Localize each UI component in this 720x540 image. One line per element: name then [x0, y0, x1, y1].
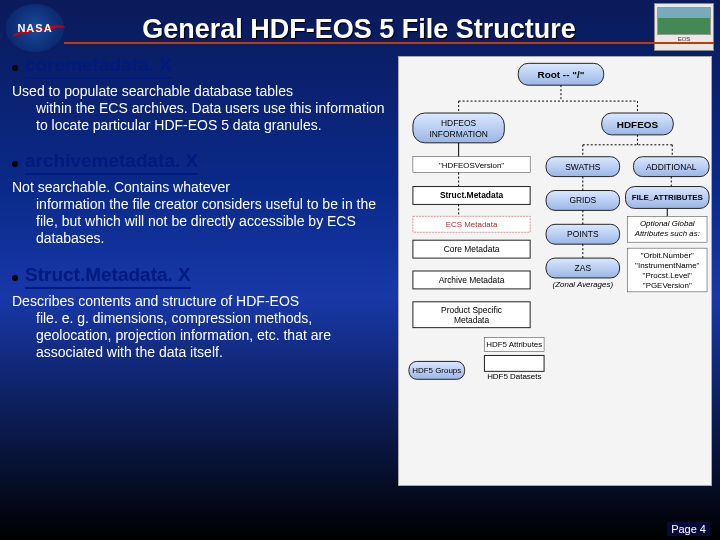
- content-column: coremetadata. X Used to populate searcha…: [12, 54, 390, 377]
- left-item: "HDFEOSVersion": [439, 161, 504, 170]
- title-underline: [64, 42, 714, 44]
- bullet-icon: [12, 161, 18, 167]
- right-item: ZAS: [575, 263, 592, 273]
- left-item: Core Metadata: [444, 244, 500, 254]
- svg-text:Attributes such as:: Attributes such as:: [634, 229, 700, 238]
- section-heading-structmetadata: Struct.Metadata. X: [25, 264, 191, 289]
- legend-dataset: HDF5 Datasets: [487, 372, 541, 381]
- section-desc: Used to populate searchable database tab…: [12, 83, 390, 134]
- svg-text:Optional Global: Optional Global: [640, 219, 695, 228]
- legend-attr: HDF5 Attributes: [486, 341, 542, 350]
- right-item: SWATHS: [565, 162, 601, 172]
- left-item: Struct.Metadata: [440, 190, 504, 200]
- svg-text:"InstrumentName": "InstrumentName": [635, 261, 699, 270]
- slide-title: General HDF-EOS 5 File Structure: [64, 8, 654, 47]
- node-hdfeos-info: HDFEOS: [441, 118, 477, 128]
- svg-text:"PGEVersion": "PGEVersion": [643, 281, 692, 290]
- left-item: ECS Metadata: [446, 220, 498, 229]
- nasa-logo-icon: [6, 4, 64, 52]
- node-file-attributes: FILE_ATTRIBUTES: [632, 193, 703, 202]
- page-number: Page 4: [667, 522, 710, 536]
- section-desc: Not searchable. Contains whatever inform…: [12, 179, 390, 247]
- svg-text:Metadata: Metadata: [454, 315, 489, 325]
- node-hdfeos: HDFEOS: [617, 119, 659, 130]
- svg-text:(Zonal Averages): (Zonal Averages): [553, 280, 614, 289]
- node-additional: ADDITIONAL: [646, 162, 697, 172]
- left-item: Archive Metadata: [439, 275, 505, 285]
- svg-rect-44: [484, 355, 544, 371]
- node-root: Root -- "/": [538, 69, 585, 80]
- slide-header: General HDF-EOS 5 File Structure EOS: [0, 0, 720, 52]
- right-item: POINTS: [567, 229, 599, 239]
- section-heading-archivemetadata: archivemetadata. X: [25, 150, 198, 175]
- legend-group: HDF5 Groups: [412, 366, 461, 375]
- svg-text:INFORMATION: INFORMATION: [429, 129, 487, 139]
- bullet-icon: [12, 275, 18, 281]
- right-item: GRIDS: [569, 195, 596, 205]
- svg-text:"Procst.Level": "Procst.Level": [643, 271, 692, 280]
- section-heading-coremetadata: coremetadata. X: [25, 54, 172, 79]
- svg-text:"Orbit.Number": "Orbit.Number": [641, 251, 694, 260]
- file-structure-diagram: Root -- "/" HDFEOS INFORMATION HDFEOS "H…: [398, 56, 712, 486]
- svg-text:Product Specific: Product Specific: [441, 305, 502, 315]
- bullet-icon: [12, 65, 18, 71]
- section-desc: Describes contents and structure of HDF-…: [12, 293, 390, 361]
